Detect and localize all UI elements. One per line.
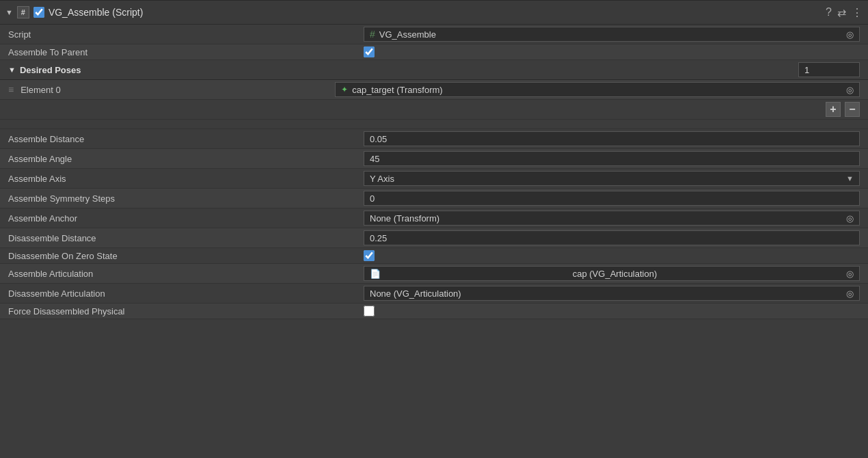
disassemble-articulation-value: None (VG_Articulation) ◎ [364, 286, 860, 301]
desired-poses-count[interactable] [798, 62, 860, 77]
assemble-distance-row: Assemble Distance [0, 129, 868, 149]
more-options-icon[interactable]: ⋮ [852, 6, 863, 19]
disassemble-articulation-field[interactable]: None (VG_Articulation) ◎ [364, 286, 860, 301]
element-0-value: ✦ cap_target (Transform) ◎ [335, 82, 860, 97]
assemble-to-parent-value [364, 46, 860, 57]
help-icon[interactable]: ? [826, 6, 832, 19]
assemble-symmetry-steps-label: Assemble Symmetry Steps [8, 193, 364, 204]
assemble-articulation-text: cap (VG_Articulation) [573, 269, 657, 279]
settings-icon[interactable]: ⇄ [837, 6, 846, 19]
element-0-target-text: cap_target (Transform) [352, 85, 442, 95]
script-field[interactable]: # VG_Assemble ◎ [364, 27, 860, 42]
disassemble-on-zero-state-value [364, 250, 860, 261]
desired-poses-row: ▼ Desired Poses [0, 60, 868, 80]
assemble-symmetry-steps-input[interactable] [364, 191, 860, 206]
assemble-distance-label: Assemble Distance [8, 134, 364, 144]
disassemble-on-zero-state-row: Disassemble On Zero State [0, 248, 868, 264]
component-enabled-checkbox[interactable] [33, 7, 44, 18]
script-value: # VG_Assemble ◎ [364, 27, 860, 42]
articulation-file-icon: 📄 [370, 269, 381, 279]
assemble-articulation-field[interactable]: 📄 cap (VG_Articulation) ◎ [364, 266, 860, 281]
spacer [0, 120, 868, 129]
script-label: Script [8, 29, 364, 40]
disassemble-on-zero-state-label: Disassemble On Zero State [8, 251, 364, 261]
assemble-angle-row: Assemble Angle [0, 149, 868, 169]
assemble-anchor-field[interactable]: None (Transform) ◎ [364, 211, 860, 226]
script-hash-icon: # [370, 29, 375, 40]
assemble-articulation-row: Assemble Articulation 📄 cap (VG_Articula… [0, 264, 868, 284]
dropdown-arrow-icon: ▼ [846, 174, 854, 183]
assemble-to-parent-row: Assemble To Parent [0, 44, 868, 60]
assemble-articulation-label: Assemble Articulation [8, 269, 364, 279]
element-0-row: ≡ Element 0 ✦ cap_target (Transform) ◎ [0, 80, 868, 100]
assemble-distance-input[interactable] [364, 131, 860, 146]
element-0-target[interactable]: ✦ cap_target (Transform) ◎ [335, 82, 860, 97]
script-target-icon[interactable]: ◎ [846, 29, 854, 40]
disassemble-distance-row: Disassemble Distance [0, 228, 868, 248]
force-disassembled-physical-label: Force Disassembled Physical [8, 306, 364, 316]
assemble-symmetry-steps-value [364, 191, 860, 206]
assemble-angle-value [364, 151, 860, 166]
add-remove-row: + − [0, 100, 868, 120]
assemble-articulation-value: 📄 cap (VG_Articulation) ◎ [364, 266, 860, 281]
assemble-symmetry-steps-row: Assemble Symmetry Steps [0, 189, 868, 208]
component-header: ▼ # VG_Assemble (Script) ? ⇄ ⋮ [0, 0, 868, 25]
assemble-to-parent-checkbox[interactable] [364, 46, 375, 57]
header-actions: ? ⇄ ⋮ [826, 6, 863, 19]
disassemble-articulation-label: Disassemble Articulation [8, 288, 364, 299]
disassemble-articulation-row: Disassemble Articulation None (VG_Articu… [0, 284, 868, 304]
force-disassembled-physical-value [364, 306, 860, 316]
script-row: Script # VG_Assemble ◎ [0, 25, 868, 44]
component-panel: ▼ # VG_Assemble (Script) ? ⇄ ⋮ Script # … [0, 0, 868, 319]
transform-icon: ✦ [341, 85, 348, 94]
assemble-anchor-text: None (Transform) [370, 213, 439, 224]
disassemble-distance-input[interactable] [364, 230, 860, 245]
assemble-anchor-row: Assemble Anchor None (Transform) ◎ [0, 208, 868, 228]
element-0-target-btn[interactable]: ◎ [846, 85, 854, 95]
assemble-axis-text: Y Axis [370, 174, 394, 184]
force-disassembled-physical-checkbox[interactable] [364, 306, 375, 316]
drag-handle-icon: ≡ [8, 84, 14, 95]
disassemble-articulation-target-icon[interactable]: ◎ [846, 288, 854, 299]
assemble-axis-value: Y Axis ▼ [364, 171, 860, 186]
force-disassembled-physical-row: Force Disassembled Physical [0, 304, 868, 319]
element-0-label: Element 0 [21, 85, 335, 95]
script-name: VG_Assemble [379, 29, 436, 40]
collapse-arrow-icon[interactable]: ▼ [5, 8, 13, 16]
assemble-axis-label: Assemble Axis [8, 174, 364, 184]
assemble-articulation-target-icon[interactable]: ◎ [846, 269, 854, 279]
assemble-anchor-label: Assemble Anchor [8, 213, 364, 224]
disassemble-on-zero-state-checkbox[interactable] [364, 250, 375, 261]
disassemble-articulation-text: None (VG_Articulation) [370, 288, 461, 299]
script-type-icon: # [17, 6, 29, 18]
desired-poses-section: ▼ Desired Poses [8, 65, 798, 75]
desired-poses-label-text: Desired Poses [20, 65, 81, 75]
disassemble-distance-label: Disassemble Distance [8, 233, 364, 243]
assemble-to-parent-label: Assemble To Parent [8, 47, 364, 57]
component-title: VG_Assemble (Script) [49, 7, 822, 18]
assemble-axis-dropdown[interactable]: Y Axis ▼ [364, 171, 860, 186]
assemble-anchor-target-icon[interactable]: ◎ [846, 213, 854, 224]
assemble-anchor-value: None (Transform) ◎ [364, 211, 860, 226]
add-element-button[interactable]: + [826, 102, 841, 117]
fields-container: Script # VG_Assemble ◎ Assemble To Paren… [0, 25, 868, 319]
assemble-angle-label: Assemble Angle [8, 154, 364, 164]
disassemble-distance-value [364, 230, 860, 245]
assemble-axis-row: Assemble Axis Y Axis ▼ [0, 169, 868, 189]
assemble-distance-value [364, 131, 860, 146]
assemble-angle-input[interactable] [364, 151, 860, 166]
remove-element-button[interactable]: − [845, 102, 860, 117]
desired-poses-arrow-icon[interactable]: ▼ [8, 66, 16, 74]
